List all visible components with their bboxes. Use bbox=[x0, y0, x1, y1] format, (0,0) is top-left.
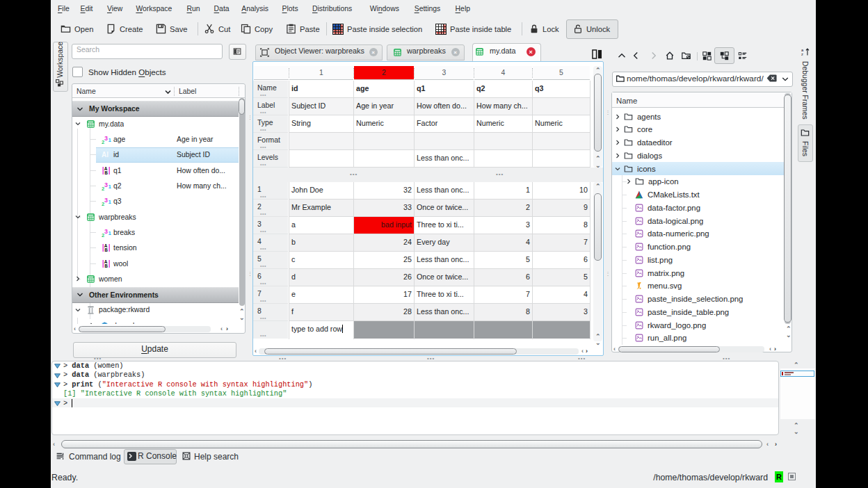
svg-text:z: z bbox=[801, 52, 803, 56]
svg-text:3: 3 bbox=[104, 181, 108, 188]
svg-text:B: B bbox=[104, 170, 108, 175]
svg-text:3: 3 bbox=[104, 135, 108, 142]
svg-text:B: B bbox=[104, 263, 108, 268]
svg-text:3: 3 bbox=[104, 228, 108, 235]
svg-text:1: 1 bbox=[108, 229, 112, 236]
svg-text:3: 3 bbox=[104, 197, 108, 204]
svg-text:1: 1 bbox=[108, 137, 112, 143]
svg-text:a: a bbox=[801, 48, 804, 52]
svg-text:1: 1 bbox=[108, 199, 112, 205]
svg-text:B: B bbox=[104, 247, 108, 252]
svg-text:1: 1 bbox=[108, 184, 112, 190]
